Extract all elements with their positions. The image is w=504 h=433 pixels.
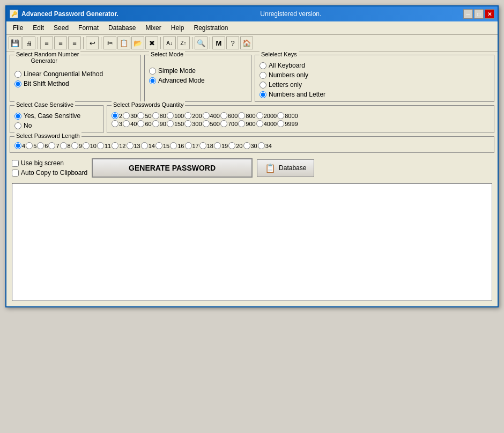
qty-50-radio[interactable] xyxy=(137,112,144,119)
keys-numlet-radio[interactable] xyxy=(260,91,266,98)
menu-registration[interactable]: Registration xyxy=(189,23,232,33)
search-button[interactable]: 🔍 xyxy=(195,36,207,49)
keys-all-radio[interactable] xyxy=(260,62,266,69)
len-11-option[interactable]: 11 xyxy=(97,142,111,149)
qty-400-radio[interactable] xyxy=(203,112,210,119)
mode-simple-radio[interactable] xyxy=(149,68,156,75)
len-30-radio[interactable] xyxy=(243,142,250,149)
qty-400-option[interactable]: 400 xyxy=(203,112,220,119)
cut-button[interactable]: ✂ xyxy=(103,36,116,49)
len-9-radio[interactable] xyxy=(71,142,78,149)
menu-edit[interactable]: Edit xyxy=(28,23,48,33)
mode-simple-option[interactable]: Simple Mode xyxy=(149,67,247,75)
qty-800-radio[interactable] xyxy=(238,112,245,119)
qty-8000-radio[interactable] xyxy=(277,112,284,119)
len-18-option[interactable]: 18 xyxy=(199,142,213,149)
mode-advanced-radio[interactable] xyxy=(149,77,156,84)
qty-2000-radio[interactable] xyxy=(256,112,263,119)
case-yes-radio[interactable] xyxy=(14,113,21,120)
align-center-button[interactable]: ≡ xyxy=(54,36,67,49)
save-button[interactable]: 💾 xyxy=(9,36,21,49)
len-10-radio[interactable] xyxy=(83,142,90,149)
sort-za-button[interactable]: Z↑ xyxy=(177,36,190,49)
len-8-option[interactable]: 8 xyxy=(60,142,71,149)
keys-letters-radio[interactable] xyxy=(260,82,266,89)
qty-9999-option[interactable]: 9999 xyxy=(277,120,298,127)
qty-900-radio[interactable] xyxy=(238,120,245,127)
len-30-option[interactable]: 30 xyxy=(243,142,257,149)
len-14-option[interactable]: 14 xyxy=(141,142,155,149)
len-34-option[interactable]: 34 xyxy=(258,142,272,149)
len-20-option[interactable]: 20 xyxy=(228,142,242,149)
qty-500-option[interactable]: 500 xyxy=(203,120,220,127)
qty-100-option[interactable]: 100 xyxy=(167,112,184,119)
keys-numbers-option[interactable]: Numbers only xyxy=(260,71,490,79)
align-right-button[interactable]: ≡ xyxy=(68,36,81,49)
auto-copy-option[interactable]: Auto Copy to Clipboard xyxy=(12,169,87,177)
len-17-option[interactable]: 17 xyxy=(185,142,199,149)
len-14-radio[interactable] xyxy=(141,142,148,149)
use-big-screen-checkbox[interactable] xyxy=(12,160,19,167)
qty-200-option[interactable]: 200 xyxy=(184,112,202,119)
len-4-radio[interactable] xyxy=(14,142,21,149)
qty-40-radio[interactable] xyxy=(123,120,130,127)
qty-60-option[interactable]: 60 xyxy=(137,120,151,127)
home-button[interactable]: 🏠 xyxy=(240,36,253,49)
len-4-option[interactable]: 4 xyxy=(14,142,25,149)
len-7-option[interactable]: 7 xyxy=(48,142,59,149)
menu-database[interactable]: Database xyxy=(104,23,140,33)
qty-200-radio[interactable] xyxy=(184,112,191,119)
qty-300-radio[interactable] xyxy=(184,120,191,127)
delete-button[interactable]: ✖ xyxy=(145,36,158,49)
len-19-radio[interactable] xyxy=(214,142,221,149)
qty-700-option[interactable]: 700 xyxy=(220,120,238,127)
len-7-radio[interactable] xyxy=(48,142,55,149)
close-button[interactable]: ✕ xyxy=(485,9,494,19)
len-13-option[interactable]: 13 xyxy=(127,142,140,149)
len-15-option[interactable]: 15 xyxy=(155,142,169,149)
qty-80-option[interactable]: 80 xyxy=(152,112,166,119)
qty-40-option[interactable]: 40 xyxy=(123,120,137,127)
qty-150-option[interactable]: 150 xyxy=(167,120,184,127)
len-20-radio[interactable] xyxy=(228,142,235,149)
qty-300-option[interactable]: 300 xyxy=(184,120,202,127)
generate-password-button[interactable]: GENERATE PASSWORD xyxy=(92,158,253,178)
menu-help[interactable]: Help xyxy=(167,23,189,33)
qty-600-radio[interactable] xyxy=(220,112,227,119)
qty-2-radio[interactable] xyxy=(112,112,118,119)
len-18-radio[interactable] xyxy=(199,142,206,149)
len-34-radio[interactable] xyxy=(258,142,265,149)
qty-900-option[interactable]: 900 xyxy=(238,120,255,127)
rng-linear-option[interactable]: Linear Congruential Method xyxy=(14,70,136,78)
keys-letters-option[interactable]: Letters only xyxy=(260,81,490,89)
len-15-radio[interactable] xyxy=(155,142,162,149)
qty-90-radio[interactable] xyxy=(152,120,159,127)
align-left-button[interactable]: ≡ xyxy=(40,36,53,49)
sort-az-button[interactable]: A↓ xyxy=(163,36,176,49)
rng-bitshift-option[interactable]: Bit Shift Method xyxy=(14,80,136,87)
menu-seed[interactable]: Seed xyxy=(49,23,73,33)
rng-linear-radio[interactable] xyxy=(14,71,21,78)
auto-copy-checkbox[interactable] xyxy=(12,170,19,177)
database-button[interactable]: 📋 Database xyxy=(257,159,314,177)
len-17-radio[interactable] xyxy=(185,142,192,149)
minimize-button[interactable]: ─ xyxy=(463,9,473,19)
maximize-button[interactable]: □ xyxy=(474,9,484,19)
qty-8000-option[interactable]: 8000 xyxy=(277,112,298,119)
len-16-radio[interactable] xyxy=(170,142,177,149)
m-button[interactable]: M xyxy=(212,36,225,49)
mode-advanced-option[interactable]: Advanced Mode xyxy=(149,77,247,84)
qty-2000-option[interactable]: 2000 xyxy=(256,112,277,119)
qty-3-radio[interactable] xyxy=(112,120,118,127)
keys-numlet-option[interactable]: Numbers and Letter xyxy=(260,91,490,98)
qty-800-option[interactable]: 800 xyxy=(238,112,255,119)
keys-all-option[interactable]: All Keyboard xyxy=(260,62,490,69)
len-12-radio[interactable] xyxy=(112,142,118,149)
qty-30-option[interactable]: 30 xyxy=(123,112,137,119)
qty-3-option[interactable]: 3 xyxy=(112,120,122,127)
output-area[interactable] xyxy=(12,183,492,301)
menu-file[interactable]: File xyxy=(9,23,27,33)
len-6-radio[interactable] xyxy=(37,142,44,149)
len-11-radio[interactable] xyxy=(97,142,104,149)
qty-600-option[interactable]: 600 xyxy=(220,112,238,119)
